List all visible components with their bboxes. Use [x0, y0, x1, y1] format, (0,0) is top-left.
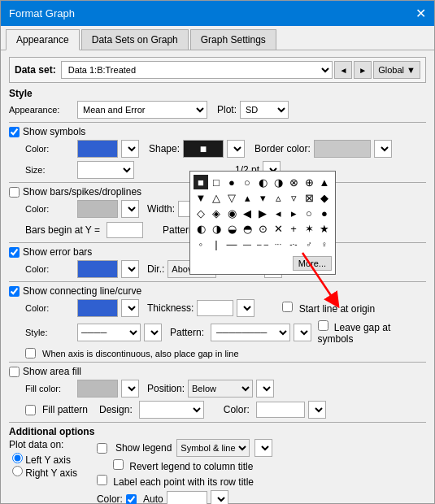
symbol-cell[interactable]: ⊕ — [302, 175, 316, 189]
connecting-color-box[interactable] — [77, 299, 118, 317]
close-button[interactable]: ✕ — [415, 6, 426, 21]
symbol-cell[interactable]: ◦ — [194, 237, 208, 251]
symbol-cell[interactable]: ● — [317, 206, 332, 220]
show-error-bars-checkbox[interactable] — [9, 247, 20, 258]
symbol-cell[interactable]: ◇ — [194, 206, 208, 220]
error-color-box[interactable] — [77, 260, 118, 278]
position-dropdown[interactable] — [256, 380, 274, 398]
symbol-cell[interactable]: ▴ — [240, 190, 254, 205]
symbol-cell[interactable]: △ — [209, 190, 224, 205]
symbol-cell[interactable]: ○ — [240, 175, 254, 189]
area-color-box[interactable] — [256, 402, 305, 418]
right-y-radio[interactable] — [12, 466, 23, 476]
symbol-cell[interactable]: ◐ — [255, 175, 270, 189]
nav-prev-button[interactable]: ◄ — [334, 61, 352, 79]
symbol-color-box[interactable] — [77, 140, 118, 158]
pattern-select[interactable]: ──────── — [211, 324, 290, 341]
leave-gap-checkbox[interactable] — [318, 320, 328, 331]
shape-button[interactable]: ■ — [183, 140, 224, 158]
bars-color-dropdown[interactable] — [121, 200, 139, 218]
thickness-input[interactable] — [197, 300, 233, 316]
symbol-cell[interactable]: □ — [209, 175, 224, 189]
fill-pattern-checkbox[interactable] — [25, 405, 36, 415]
symbol-cell[interactable]: – – — [255, 237, 270, 251]
symbol-cell[interactable]: ⊙ — [255, 221, 270, 236]
label-each-point-checkbox[interactable] — [97, 475, 107, 485]
tab-graph-settings[interactable]: Graph Settings — [190, 29, 276, 50]
more-button[interactable]: More... — [293, 256, 332, 271]
global-button[interactable]: Global ▼ — [373, 61, 420, 79]
border-color-dropdown[interactable] — [374, 140, 392, 158]
size-select[interactable] — [77, 161, 134, 179]
symbol-cell[interactable]: ♂ — [302, 237, 316, 251]
style-dropdown[interactable] — [144, 324, 162, 341]
show-legend-checkbox[interactable] — [97, 443, 107, 454]
discontinuous-checkbox[interactable] — [25, 348, 36, 358]
symbol-cell[interactable]: ◑ — [209, 221, 224, 236]
symbol-cell[interactable]: ▾ — [255, 190, 270, 205]
appearance-select[interactable]: Mean and Error — [77, 101, 207, 119]
data-set-select[interactable]: Data 1:B:Treated — [61, 61, 333, 79]
symbol-cell[interactable]: ◈ — [209, 206, 224, 220]
symbol-cell[interactable]: ✕ — [271, 221, 285, 236]
tab-appearance[interactable]: Appearance — [6, 29, 80, 50]
left-y-radio[interactable] — [12, 453, 23, 463]
nav-next-button[interactable]: ► — [354, 61, 372, 79]
auto-checkbox[interactable] — [126, 494, 137, 505]
symbol-cell[interactable]: + — [286, 221, 301, 236]
symbol-cell[interactable]: ◀ — [240, 206, 254, 220]
plot-select[interactable]: SD — [240, 101, 289, 119]
position-select[interactable]: Below — [188, 380, 253, 398]
symbol-cell[interactable]: -·- — [286, 237, 301, 251]
symbol-cell[interactable]: ✶ — [302, 221, 316, 236]
error-color-dropdown[interactable] — [121, 260, 139, 278]
symbol-cell[interactable]: ♀ — [317, 237, 332, 251]
symbol-cell[interactable]: ◓ — [240, 221, 254, 236]
fill-color-box[interactable] — [77, 380, 118, 398]
bars-color-box[interactable] — [77, 200, 118, 218]
symbol-cell[interactable]: ⊠ — [302, 190, 316, 205]
area-color-dropdown[interactable] — [308, 401, 326, 419]
style-select[interactable]: ──── — [77, 324, 141, 341]
symbol-cell[interactable]: ▸ — [286, 206, 301, 220]
symbol-cell[interactable]: ▶ — [255, 206, 270, 220]
symbol-line-dropdown[interactable] — [254, 439, 272, 457]
shape-dropdown[interactable] — [227, 140, 245, 158]
thickness-dropdown[interactable] — [237, 299, 254, 317]
symbol-line-select[interactable]: Symbol & line — [176, 439, 250, 457]
auto-color-dropdown[interactable] — [211, 490, 228, 504]
symbol-cell[interactable]: ◑ — [271, 175, 285, 189]
symbol-cell[interactable]: ◂ — [271, 206, 285, 220]
symbol-cell[interactable]: ● — [224, 175, 239, 189]
design-select[interactable] — [139, 401, 204, 419]
show-bars-checkbox[interactable] — [9, 187, 20, 198]
symbol-cell[interactable]: ◆ — [317, 190, 332, 205]
symbol-cell[interactable]: ◒ — [224, 221, 239, 236]
symbol-cell[interactable]: ⊗ — [286, 175, 301, 189]
fill-color-dropdown[interactable] — [121, 380, 139, 398]
symbol-cell[interactable]: ▵ — [271, 190, 285, 205]
symbol-cell[interactable]: ■ — [194, 175, 208, 189]
symbol-cell[interactable]: ○ — [302, 206, 316, 220]
symbol-cell[interactable]: — — [240, 237, 254, 251]
symbol-cell[interactable]: ◉ — [224, 206, 239, 220]
tab-data-sets[interactable]: Data Sets on Graph — [81, 29, 189, 50]
symbol-cell[interactable]: ▲ — [317, 175, 332, 189]
border-color-box[interactable] — [314, 140, 371, 158]
symbol-cell[interactable]: ▿ — [286, 190, 301, 205]
revert-legend-checkbox[interactable] — [113, 459, 124, 470]
symbol-cell[interactable]: | — [209, 237, 224, 251]
symbol-color-dropdown[interactable] — [121, 140, 139, 158]
symbol-cell[interactable]: ▼ — [194, 190, 208, 205]
symbol-cell[interactable]: ▽ — [224, 190, 239, 205]
symbol-cell[interactable]: ··· — [271, 237, 285, 251]
auto-color-box[interactable] — [167, 491, 207, 504]
symbol-cell[interactable]: ◐ — [194, 221, 208, 236]
symbol-cell[interactable]: — — [224, 237, 239, 251]
show-area-fill-checkbox[interactable] — [9, 367, 20, 377]
symbol-cell[interactable]: ★ — [317, 221, 332, 236]
show-connecting-checkbox[interactable] — [9, 286, 20, 297]
connecting-color-dropdown[interactable] — [121, 299, 139, 317]
show-symbols-checkbox[interactable] — [9, 127, 20, 137]
start-origin-checkbox[interactable] — [282, 302, 293, 312]
